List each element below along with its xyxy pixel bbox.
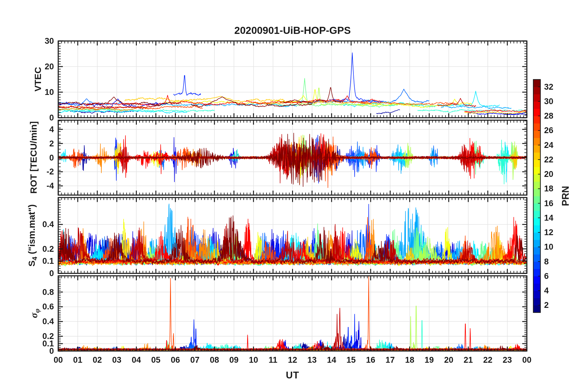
y-tick-label: 0 [20,268,54,278]
y-tick-label: 0 [20,113,54,123]
colorbar-tick-label: 24 [544,140,553,150]
colorbar-tick-label: 30 [544,96,553,106]
y-tick-label: 30 [20,36,54,46]
y-tick-label: 0.4 [20,219,54,229]
colorbar-tick-label: 32 [544,82,553,92]
colorbar-tick-label: 28 [544,111,553,121]
colorbar-tick-label: 4 [544,286,549,296]
y-tick-label: -4 [20,181,54,191]
colorbar-tick-label: 2 [544,300,549,310]
colorbar-tick-label: 8 [544,257,549,267]
y-tick-label: 0.6 [20,302,54,312]
y-tick-label: -2 [20,167,54,177]
chart-title: 20200901-UiB-HOP-GPS [58,25,527,36]
colorbar [533,80,540,312]
colorbar-tick-label: 10 [544,242,553,252]
y-tick-label: 0.1 [20,256,54,266]
colorbar-tick-label: 20 [544,169,553,179]
colorbar-tick-label: 26 [544,125,553,135]
rot-panel [58,120,527,195]
y-tick-label: 0 [20,153,54,163]
y-tick-label: 0.2 [20,331,54,341]
vtec-panel [58,41,527,118]
y-tick-label: 0.8 [20,287,54,297]
colorbar-tick-label: 16 [544,198,553,208]
colorbar-tick-label: 12 [544,227,553,237]
colorbar-tick-label: 6 [544,271,549,281]
x-tick-label: 00 [513,355,541,365]
colorbar-label: PRN [560,186,571,206]
colorbar-tick-label: 22 [544,155,553,165]
y-tick-label: 20 [20,62,54,71]
y-tick-label: 10 [20,87,54,97]
x-axis-label: UT [58,370,527,381]
sigma-phi-panel [58,276,527,351]
figure: 20200901-UiB-HOP-GPS UT VTEC ROT [TECU/m… [0,0,586,392]
colorbar-tick-label: 18 [544,184,553,194]
y-tick-label: 2 [20,139,54,149]
colorbar-tick-label: 14 [544,213,553,223]
s4-panel [58,198,527,273]
y-tick-label: 0.2 [20,244,54,254]
colorbar-label-text: PRN [560,186,571,206]
y-tick-label: 0.4 [20,316,54,326]
y-tick-label: 4 [20,125,54,134]
